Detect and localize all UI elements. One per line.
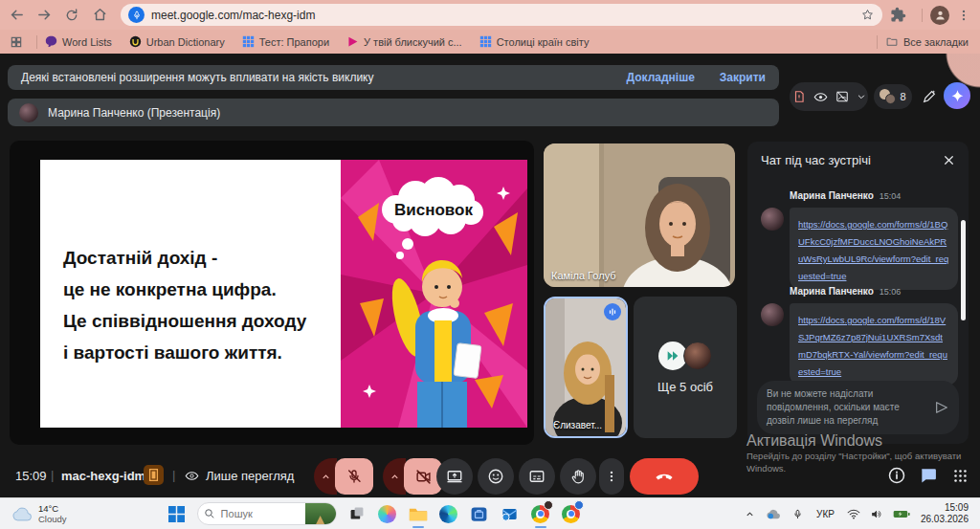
edge-icon[interactable] bbox=[436, 501, 461, 526]
outlook-icon[interactable] bbox=[498, 501, 523, 526]
extension-warning-banner: Деякі встановлені розширення можуть впли… bbox=[8, 65, 779, 90]
bookmark-word-lists[interactable]: Word Lists bbox=[45, 35, 112, 48]
view-only-eye-icon bbox=[184, 469, 200, 483]
video-tile-elizabeth[interactable]: Єлизавет... bbox=[544, 297, 628, 438]
search-highlight-image[interactable] bbox=[305, 502, 336, 525]
search-input[interactable] bbox=[221, 508, 305, 519]
bookmark-blyskuchyi[interactable]: У твій блискучий с... bbox=[346, 35, 462, 48]
tile-name-elizabeth: Єлизавет... bbox=[553, 420, 602, 430]
chat-message: Марина Панченко15:04 https://docs.google… bbox=[761, 186, 958, 290]
meet-app: Деякі встановлені розширення можуть впли… bbox=[0, 54, 980, 497]
flags-quiz-favicon bbox=[242, 35, 255, 48]
tile-name-camila: Каміла Голуб bbox=[551, 270, 616, 281]
volume-icon[interactable] bbox=[868, 501, 885, 526]
browser-menu-icon[interactable] bbox=[957, 9, 970, 22]
video-tile-camila[interactable]: Каміла Голуб bbox=[544, 143, 735, 287]
task-view-icon[interactable] bbox=[345, 501, 369, 526]
message-link[interactable]: https://docs.google.com/forms/d/18VSJPqr… bbox=[798, 315, 947, 377]
taskbar-clock[interactable]: 15:09 26.03.2026 bbox=[921, 502, 969, 525]
home-icon[interactable] bbox=[88, 4, 111, 27]
meeting-time: 15:09 bbox=[15, 469, 47, 483]
message-link[interactable]: https://docs.google.com/forms/d/1BQUFkcC… bbox=[798, 219, 948, 281]
participants-count: 8 bbox=[900, 91, 905, 102]
chat-input[interactable]: Ви не можете надіслати повідомлення, оск… bbox=[757, 381, 959, 434]
wifi-icon[interactable] bbox=[845, 501, 862, 526]
slide: Достатній дохід - це не конкретна цифра.… bbox=[40, 160, 527, 428]
tray-chevron-icon[interactable] bbox=[741, 501, 758, 526]
chat-close-icon[interactable] bbox=[943, 154, 955, 166]
mic-permission-icon[interactable] bbox=[128, 7, 145, 23]
chrome-profile1-icon[interactable] bbox=[528, 501, 553, 526]
camera-options-chevron[interactable] bbox=[383, 458, 406, 495]
weather-widget[interactable]: 14°C Cloudy bbox=[11, 503, 67, 524]
bookmark-urban-dictionary[interactable]: Urban Dictionary bbox=[129, 35, 225, 48]
video-tile-more-people[interactable]: Ще 5 осіб bbox=[634, 297, 737, 438]
chrome-profile2-icon[interactable] bbox=[559, 501, 584, 526]
eye-icon[interactable] bbox=[813, 90, 828, 104]
mic-options-chevron[interactable] bbox=[314, 458, 337, 495]
present-screen-button[interactable] bbox=[436, 458, 473, 495]
bookmark-stolytsi[interactable]: Столиці країн світу bbox=[479, 35, 590, 48]
details-button[interactable]: Докладніше bbox=[626, 71, 694, 84]
end-call-button[interactable] bbox=[630, 458, 699, 495]
toolbar-divider bbox=[922, 9, 923, 22]
browser-toolbar: meet.google.com/mac-hexg-idm bbox=[0, 0, 980, 30]
gemini-icon[interactable] bbox=[944, 82, 970, 109]
tray-mic-icon[interactable] bbox=[789, 501, 806, 526]
profile-badge bbox=[574, 500, 584, 510]
onedrive-icon[interactable] bbox=[764, 501, 783, 526]
presenter-banner: Марина Панченко (Презентація) bbox=[8, 99, 779, 126]
start-button[interactable] bbox=[165, 501, 189, 526]
view-only-label: Лише перегляд bbox=[206, 469, 294, 483]
report-icon[interactable] bbox=[792, 90, 806, 103]
mic-muted-button[interactable] bbox=[335, 458, 373, 495]
all-bookmarks-button[interactable]: Все закладки bbox=[885, 35, 969, 48]
more-options-button[interactable] bbox=[599, 458, 624, 495]
chat-panel: Чат під час зустрічі Марина Панченко15:0… bbox=[747, 142, 969, 444]
weather-temp: 14°C bbox=[38, 503, 67, 514]
extensions-icon[interactable] bbox=[890, 7, 906, 23]
urban-dictionary-favicon bbox=[129, 35, 142, 48]
annotate-pen-icon[interactable] bbox=[917, 84, 942, 109]
profile-avatar[interactable] bbox=[930, 6, 949, 25]
forward-icon[interactable] bbox=[33, 4, 56, 27]
bookmarks-right-divider bbox=[877, 35, 878, 49]
message-author: Марина Панченко bbox=[790, 190, 874, 201]
raise-hand-button[interactable] bbox=[560, 458, 596, 495]
clock-time: 15:09 bbox=[945, 502, 969, 513]
chevron-down-icon[interactable] bbox=[857, 92, 866, 101]
message-time: 15:04 bbox=[880, 191, 902, 201]
screen: meet.google.com/mac-hexg-idm Word Lists … bbox=[0, 0, 980, 529]
file-explorer-icon[interactable] bbox=[406, 501, 431, 526]
camera-control-group bbox=[383, 458, 442, 495]
slide-illustration: Висновок bbox=[341, 160, 527, 428]
bookmark-star-icon[interactable] bbox=[860, 8, 875, 22]
close-banner-button[interactable]: Закрити bbox=[720, 71, 766, 84]
apps-grid-icon[interactable] bbox=[10, 35, 23, 49]
message-time: 15:06 bbox=[880, 287, 902, 297]
image-off-icon[interactable] bbox=[835, 90, 849, 103]
chat-message: Марина Панченко15:06 https://docs.google… bbox=[761, 281, 958, 386]
captions-button[interactable] bbox=[519, 458, 555, 495]
url-bar[interactable]: meet.google.com/mac-hexg-idm bbox=[121, 4, 882, 26]
copilot-icon[interactable] bbox=[375, 501, 400, 526]
chat-scrollbar[interactable] bbox=[961, 220, 966, 320]
language-indicator[interactable]: УКР bbox=[816, 509, 835, 519]
separator: | bbox=[172, 468, 175, 482]
message-bubble: https://docs.google.com/forms/d/18VSJPqr… bbox=[790, 303, 958, 386]
briefcase-app-icon[interactable] bbox=[467, 501, 492, 526]
more-people-avatars bbox=[658, 342, 712, 370]
url-text: meet.google.com/mac-hexg-idm bbox=[151, 9, 860, 22]
folder-icon bbox=[885, 35, 899, 48]
participants-counter[interactable]: 8 bbox=[874, 84, 912, 109]
bookmark-test-prapory[interactable]: Тест: Прапори bbox=[242, 35, 329, 48]
back-icon[interactable] bbox=[5, 4, 28, 27]
windows-taskbar: 14°C Cloudy bbox=[0, 497, 980, 529]
reload-icon[interactable] bbox=[60, 4, 83, 27]
taskbar-search[interactable] bbox=[197, 502, 337, 525]
reactions-button[interactable] bbox=[478, 458, 514, 495]
more-people-label: Ще 5 осіб bbox=[657, 380, 713, 394]
meeting-room-door-icon[interactable] bbox=[144, 465, 164, 485]
presentation-tile[interactable]: Достатній дохід - це не конкретна цифра.… bbox=[10, 141, 534, 445]
battery-icon[interactable] bbox=[891, 501, 912, 526]
